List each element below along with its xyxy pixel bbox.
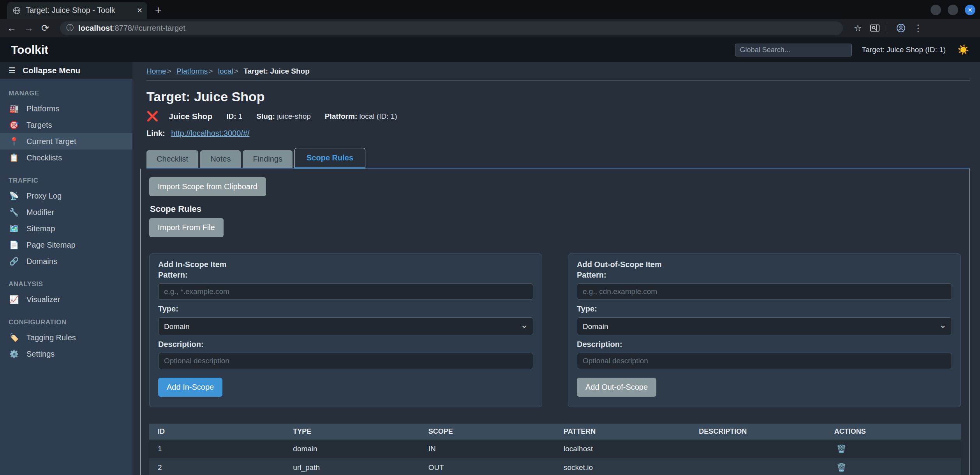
sidebar-section-configuration: CONFIGURATION 🏷️ Tagging Rules ⚙️ Settin… — [0, 315, 132, 362]
sidebar-item-domains[interactable]: 🔗 Domains — [0, 253, 132, 269]
out-type-select[interactable]: Domain — [577, 317, 952, 335]
sidebar-item-label: Targets — [26, 121, 52, 130]
hamburger-icon: ☰ — [9, 66, 16, 75]
theme-toggle-sun-icon[interactable]: ☀️ — [957, 44, 969, 55]
back-button[interactable]: ← — [7, 23, 16, 33]
cell-pattern: socket.io — [555, 458, 690, 475]
in-desc-label: Description: — [158, 340, 533, 349]
main-layout: ☰ Collapse Menu MANAGE 🏭 Platforms 🎯 Tar… — [0, 62, 980, 475]
sidebar-item-modifier[interactable]: 🔧 Modifier — [0, 204, 132, 220]
sidebar-item-platforms[interactable]: 🏭 Platforms — [0, 100, 132, 117]
collapse-menu-button[interactable]: ☰ Collapse Menu — [0, 62, 132, 79]
gear-icon: ⚙️ — [9, 349, 19, 359]
sidebar-item-proxy-log[interactable]: 📡 Proxy Log — [0, 188, 132, 204]
section-label-analysis: ANALYSIS — [0, 277, 132, 291]
url-bar[interactable]: ⓘ localhost:8778/#current-target — [60, 21, 843, 35]
table-header-row: ID TYPE SCOPE PATTERN DESCRIPTION ACTION… — [149, 424, 961, 440]
sidebar-item-checklists[interactable]: 📋 Checklists — [0, 150, 132, 166]
delete-rule-trash-icon[interactable]: 🗑️ — [837, 463, 846, 472]
target-platform-value: local (ID: 1) — [360, 112, 397, 120]
site-info-icon[interactable]: ⓘ — [66, 23, 74, 33]
window-close-button[interactable]: ✕ — [965, 5, 975, 15]
url-text: localhost:8778/#current-target — [78, 24, 185, 33]
sidebar-section-analysis: ANALYSIS 📈 Visualizer — [0, 277, 132, 308]
scope-rules-panel: Import Scope from Clipboard Scope Rules … — [140, 169, 970, 475]
sidebar-item-label: Checklists — [26, 153, 62, 162]
link-icon: 🔗 — [9, 257, 19, 266]
side-panel-search-icon[interactable] — [870, 24, 880, 32]
col-header-actions: ACTIONS — [826, 424, 961, 440]
map-icon: 🗺️ — [9, 224, 19, 233]
target-icon: 🎯 — [9, 120, 19, 130]
sidebar-item-label: Modifier — [26, 208, 54, 217]
browser-tab[interactable]: Target: Juice Shop - Toolk ✕ — [7, 2, 147, 19]
tab-close-icon[interactable]: ✕ — [137, 6, 143, 15]
cell-scope: IN — [420, 440, 555, 458]
main-content: Home> Platforms> local> Target: Juice Sh… — [132, 62, 980, 475]
target-slug: Slug: juice-shop — [256, 112, 310, 121]
toolbar-separator — [888, 23, 888, 33]
pushpin-icon: 📍 — [9, 137, 19, 146]
add-out-of-scope-button[interactable]: Add Out-of-Scope — [577, 378, 656, 397]
in-type-select[interactable]: Domain — [158, 317, 533, 335]
in-pattern-input[interactable] — [158, 283, 533, 300]
sidebar-item-settings[interactable]: ⚙️ Settings — [0, 346, 132, 362]
browser-menu-kebab-icon[interactable]: ⋮ — [914, 23, 923, 33]
section-label-manage: MANAGE — [0, 86, 132, 100]
window-maximize-button[interactable] — [948, 5, 958, 15]
import-file-button[interactable]: Import From File — [149, 218, 224, 237]
forward-button[interactable]: → — [24, 23, 33, 33]
breadcrumb-link-home[interactable]: Home — [146, 67, 166, 75]
breadcrumb-divider — [146, 80, 970, 81]
target-platform-label: Platform: — [325, 112, 357, 120]
new-tab-button[interactable]: + — [155, 3, 161, 17]
link-label: Link: — [146, 129, 165, 137]
sidebar-item-page-sitemap[interactable]: 📄 Page Sitemap — [0, 237, 132, 253]
scope-rules-table: ID TYPE SCOPE PATTERN DESCRIPTION ACTION… — [149, 424, 961, 475]
tag-icon: 🏷️ — [9, 333, 19, 342]
scope-forms: Add In-Scope Item Pattern: Type: Domain … — [149, 253, 961, 407]
bookmark-star-icon[interactable]: ☆ — [854, 23, 862, 33]
tab-scope-rules[interactable]: Scope Rules — [294, 148, 365, 169]
col-header-id: ID — [149, 424, 284, 440]
add-in-scope-button[interactable]: Add In-Scope — [158, 378, 222, 397]
in-type-label: Type: — [158, 304, 533, 313]
target-id-label: ID: — [226, 112, 236, 120]
breadcrumb-link-local[interactable]: local — [218, 67, 233, 75]
target-slug-value: juice-shop — [277, 112, 311, 120]
sidebar-item-label: Domains — [26, 257, 57, 266]
tab-checklist[interactable]: Checklist — [146, 150, 198, 168]
breadcrumb-link-platforms[interactable]: Platforms — [176, 67, 208, 75]
url-path: :8778/#current-target — [113, 24, 185, 32]
wrench-icon: 🔧 — [9, 208, 19, 217]
import-clipboard-button[interactable]: Import Scope from Clipboard — [149, 177, 266, 196]
browser-tab-strip: Target: Juice Shop - Toolk ✕ + ✕ — [0, 0, 980, 19]
tab-findings[interactable]: Findings — [243, 150, 293, 168]
add-out-of-scope-card: Add Out-of-Scope Item Pattern: Type: Dom… — [568, 253, 961, 407]
current-target-indicator: Target: Juice Shop (ID: 1) — [862, 46, 946, 54]
in-description-input[interactable] — [158, 353, 533, 369]
sidebar-item-label: Page Sitemap — [26, 241, 76, 250]
tab-notes[interactable]: Notes — [200, 150, 241, 168]
col-header-pattern: PATTERN — [555, 424, 690, 440]
delete-rule-trash-icon[interactable]: 🗑️ — [837, 444, 846, 454]
sidebar-item-current-target[interactable]: 📍 Current Target — [0, 133, 132, 150]
sidebar: ☰ Collapse Menu MANAGE 🏭 Platforms 🎯 Tar… — [0, 62, 132, 475]
sidebar-item-sitemap[interactable]: 🗺️ Sitemap — [0, 220, 132, 237]
breadcrumb-separator: > — [208, 67, 213, 75]
target-link[interactable]: http://localhost:3000/#/ — [171, 129, 249, 137]
profile-avatar-icon[interactable] — [896, 23, 906, 33]
cell-actions: 🗑️ — [826, 440, 961, 458]
out-description-input[interactable] — [577, 353, 952, 369]
reload-button[interactable]: ⟳ — [41, 23, 49, 33]
sidebar-section-traffic: TRAFFIC 📡 Proxy Log 🔧 Modifier 🗺️ Sitema… — [0, 174, 132, 269]
out-pattern-input[interactable] — [577, 283, 952, 300]
sidebar-item-visualizer[interactable]: 📈 Visualizer — [0, 291, 132, 308]
sidebar-item-targets[interactable]: 🎯 Targets — [0, 117, 132, 133]
global-search-input[interactable] — [735, 44, 852, 56]
sidebar-item-tagging-rules[interactable]: 🏷️ Tagging Rules — [0, 329, 132, 346]
add-in-scope-card: Add In-Scope Item Pattern: Type: Domain … — [149, 253, 542, 407]
section-label-configuration: CONFIGURATION — [0, 315, 132, 329]
cell-scope: OUT — [420, 458, 555, 475]
window-minimize-button[interactable] — [931, 5, 941, 15]
